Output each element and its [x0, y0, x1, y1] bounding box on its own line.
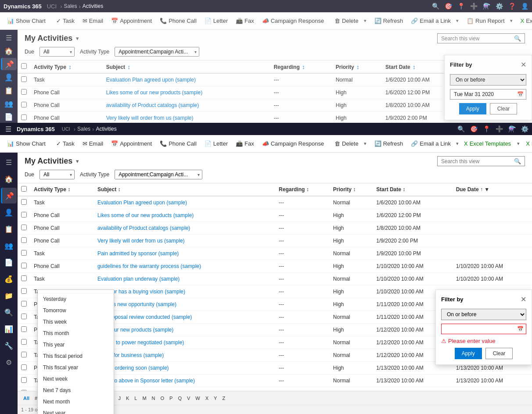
search-icon-btn-b[interactable]: 🔍: [514, 158, 521, 164]
excel-templates-button[interactable]: X Excel Templates: [517, 16, 532, 26]
search-icon-b[interactable]: 🔍: [457, 125, 465, 132]
settings-icon[interactable]: ⚙️: [496, 3, 503, 10]
phone-call-button[interactable]: 📞 Phone Call: [156, 16, 200, 26]
clear-btn-b[interactable]: Clear: [485, 348, 513, 359]
hamburger-top[interactable]: ☰: [4, 123, 13, 135]
alpha-item[interactable]: O: [158, 395, 167, 402]
fax-btn-b[interactable]: 📠 Fax: [232, 139, 258, 149]
alpha-item[interactable]: W: [193, 395, 202, 402]
filter-close-b[interactable]: ✕: [521, 295, 526, 303]
docs-icon[interactable]: 📄: [1, 111, 17, 123]
contacts-icon[interactable]: 👥: [1, 97, 17, 110]
email-link-btn-b[interactable]: 🔗 Email a Link: [407, 139, 454, 149]
apply-button-top[interactable]: Apply: [459, 103, 486, 114]
due-select-b[interactable]: All: [40, 170, 75, 179]
row-checkbox[interactable]: [21, 275, 27, 281]
show-chart-button[interactable]: 📊 Show Chart: [4, 16, 49, 26]
appointment-btn-b[interactable]: 📅 Appointment: [108, 139, 155, 149]
col-regarding[interactable]: Regarding ↕: [270, 61, 332, 73]
folder-b[interactable]: 📁: [1, 288, 17, 303]
alpha-item[interactable]: J: [116, 395, 123, 402]
delete-button[interactable]: 🗑 Delete: [331, 16, 362, 26]
cell-subject[interactable]: Check sales literature for recent price …: [94, 387, 275, 391]
email-link-button[interactable]: 🔗 Email a Link: [407, 16, 454, 26]
cell-subject[interactable]: Pre-proposal review conducted (sample): [94, 311, 275, 324]
row-checkbox[interactable]: [21, 326, 27, 332]
email-link-dropdown[interactable]: ▾: [455, 16, 460, 25]
user-sidebar-icon[interactable]: 👤: [1, 71, 17, 83]
task-btn-b[interactable]: ✓ Task: [53, 139, 78, 149]
refresh-btn-b[interactable]: 🔄 Refresh: [371, 139, 407, 149]
col-activity-type[interactable]: Activity Type ↕: [30, 61, 103, 73]
cell-subject[interactable]: Likes some of our new products (sample): [103, 86, 270, 99]
select-all-b[interactable]: [21, 186, 27, 192]
due-dropdown-item[interactable]: This week: [38, 316, 114, 328]
campaign-btn-b[interactable]: 📣 Campaign Response: [259, 139, 327, 149]
show-chart-btn-b[interactable]: 📊 Show Chart: [4, 139, 49, 149]
clear-button-top[interactable]: Clear: [490, 103, 518, 114]
magnify-b[interactable]: 🔍: [1, 304, 17, 320]
money-b[interactable]: 💰: [1, 271, 17, 287]
list-icon[interactable]: 📋: [1, 84, 17, 96]
search-icon-btn[interactable]: 🔍: [514, 35, 521, 42]
row-checkbox[interactable]: [21, 212, 27, 218]
email-button[interactable]: ✉ Email: [79, 16, 107, 26]
row-checkbox[interactable]: [21, 237, 27, 243]
date-input-top[interactable]: [450, 89, 526, 100]
plus-icon[interactable]: ➕: [470, 3, 478, 10]
pin-b[interactable]: 📌: [1, 188, 17, 203]
run-report-button[interactable]: 📋 Run Report: [463, 16, 508, 26]
alpha-item[interactable]: M: [140, 395, 148, 402]
target-icon[interactable]: 🎯: [445, 3, 452, 10]
fax-button[interactable]: 📠 Fax: [232, 16, 258, 26]
due-select[interactable]: All: [40, 47, 75, 57]
col-type-b[interactable]: Activity Type ↕: [30, 183, 94, 196]
due-dropdown-item[interactable]: This year: [38, 339, 114, 350]
pin-icon[interactable]: 📍: [457, 3, 465, 10]
cell-subject[interactable]: availability of Product catalogs (sample…: [103, 99, 270, 112]
hamburger-b[interactable]: ☰: [1, 154, 17, 170]
alpha-item[interactable]: V: [185, 395, 192, 402]
cell-subject[interactable]: Very likely will order from us (sample): [103, 112, 270, 123]
due-dropdown-item[interactable]: Yesterday: [38, 293, 114, 305]
row-checkbox[interactable]: [21, 390, 27, 391]
due-dropdown-item[interactable]: This fiscal year: [38, 362, 114, 373]
docs-b[interactable]: 📄: [1, 254, 17, 270]
col-subject[interactable]: Subject ↕: [103, 61, 270, 73]
cell-subject[interactable]: Evaluation Plan agreed upon (sample): [94, 196, 275, 209]
row-checkbox[interactable]: [21, 314, 27, 319]
row-checkbox[interactable]: [21, 102, 27, 107]
alpha-item[interactable]: Z: [220, 395, 227, 402]
tools-b[interactable]: 🔧: [1, 338, 17, 353]
cell-subject[interactable]: Very likely will order from us (sample): [94, 235, 275, 247]
row-checkbox[interactable]: [21, 288, 27, 294]
phone-btn-b[interactable]: 📞 Phone Call: [156, 139, 200, 149]
appointment-button[interactable]: 📅 Appointment: [108, 16, 155, 26]
row-checkbox[interactable]: [21, 377, 27, 383]
letter-button[interactable]: 📄 Letter: [201, 16, 231, 26]
search-input[interactable]: [441, 36, 514, 42]
home-b[interactable]: 🏠: [1, 171, 17, 187]
due-dropdown-item[interactable]: Next 7 days: [38, 385, 114, 396]
cell-subject[interactable]: Likes some of our new products (sample): [94, 209, 275, 222]
cell-subject[interactable]: Will be ordering soon (sample): [94, 362, 275, 375]
row-checkbox[interactable]: [21, 89, 27, 95]
cell-subject[interactable]: Access to power negotiated (sample): [94, 336, 275, 349]
row-checkbox[interactable]: [21, 301, 27, 307]
hamburger-icon[interactable]: ☰: [1, 32, 17, 44]
col-start-b[interactable]: Start Date ↕: [373, 183, 452, 196]
date-input-b[interactable]: [441, 324, 526, 334]
select-all-checkbox[interactable]: [21, 63, 27, 69]
delete-btn-b[interactable]: 🗑 Delete: [331, 139, 362, 149]
plus-icon-b[interactable]: ➕: [496, 125, 503, 132]
row-checkbox[interactable]: [21, 263, 27, 268]
activity-type-select[interactable]: Appointment;Campaign Acti...: [115, 47, 199, 57]
excel-templates-btn-b[interactable]: X Excel Templates: [460, 139, 514, 149]
col-priority[interactable]: Priority ↕: [332, 61, 382, 73]
alpha-item[interactable]: K: [124, 395, 131, 402]
cell-subject[interactable]: Evaluation Plan agreed upon (sample): [103, 73, 270, 86]
col-regarding-b[interactable]: Regarding ↕: [275, 183, 330, 196]
nav-activities-b[interactable]: Activities: [96, 126, 116, 132]
alpha-item[interactable]: P: [167, 395, 175, 402]
alpha-item[interactable]: N: [150, 395, 158, 402]
